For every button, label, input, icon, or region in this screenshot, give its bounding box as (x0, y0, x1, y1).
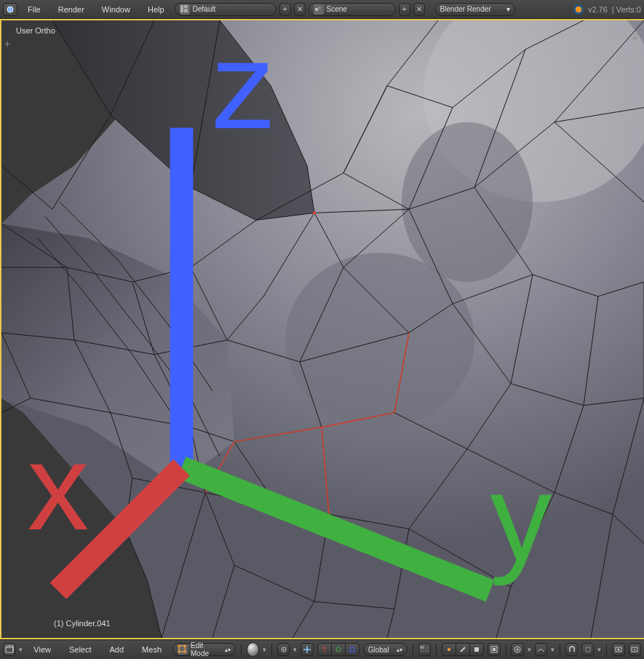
select-edge-button[interactable] (456, 643, 470, 656)
menu-render[interactable]: Render (51, 5, 92, 14)
select-face-button[interactable] (469, 643, 484, 656)
svg-point-5 (315, 8, 318, 11)
proportional-falloff-button[interactable] (535, 643, 547, 656)
layout-icon (180, 4, 190, 15)
svg-point-23 (184, 651, 186, 653)
layers-button[interactable] (418, 643, 431, 656)
svg-rect-2 (180, 5, 183, 12)
mode-label: Edit Mode (191, 642, 222, 658)
blender-logo-icon (573, 4, 584, 15)
menu-mesh[interactable]: Mesh (135, 645, 169, 654)
svg-rect-34 (474, 647, 479, 652)
svg-point-11 (313, 211, 316, 214)
mode-dropdown[interactable]: Edit Mode ▴▾ (172, 643, 236, 656)
pivot-point-button[interactable] (277, 643, 290, 656)
orientation-label: Global (368, 646, 394, 654)
svg-rect-29 (425, 646, 429, 649)
render-opengl-image-button[interactable] (612, 643, 624, 656)
svg-point-6 (318, 7, 321, 9)
limit-selection-button[interactable] (488, 643, 500, 656)
menu-help[interactable]: Help (140, 5, 172, 14)
render-opengl-anim-button[interactable] (629, 643, 641, 656)
chevron-down-icon[interactable]: ▾ (263, 646, 266, 653)
chevron-down-icon[interactable]: ▾ (293, 646, 297, 653)
proportional-edit-button[interactable] (511, 643, 523, 656)
svg-point-22 (178, 651, 180, 653)
svg-rect-19 (179, 646, 185, 652)
shading-mode-button[interactable] (247, 642, 259, 657)
chevron-down-icon[interactable]: ▾ (19, 646, 23, 653)
snap-element-button[interactable] (581, 643, 594, 656)
svg-line-33 (461, 647, 465, 652)
svg-point-41 (617, 649, 619, 651)
svg-rect-27 (350, 647, 354, 652)
screen-layout-dropdown[interactable]: Default (175, 3, 277, 16)
svg-point-21 (184, 645, 186, 647)
snap-toggle[interactable] (565, 643, 578, 656)
manipulator-scale[interactable] (345, 643, 359, 656)
layout-add-button[interactable]: + (279, 3, 291, 16)
3dview-header: ▾ View Select Add Mesh Edit Mode ▴▾ ▾ ▾ … (0, 639, 644, 659)
chevron-down-icon[interactable]: ▾ (551, 646, 554, 653)
scene-add-button[interactable]: + (399, 3, 410, 16)
select-vertex-button[interactable] (442, 643, 456, 656)
svg-rect-18 (6, 647, 13, 652)
svg-point-25 (283, 649, 285, 650)
chevron-updown-icon: ▴▾ (397, 647, 402, 653)
stats-label: | Verts:0 (612, 5, 641, 14)
chevron-updown-icon: ▴▾ (225, 647, 231, 653)
menu-add[interactable]: Add (103, 645, 132, 654)
editor-type-3dview-icon[interactable] (3, 643, 15, 656)
menu-view[interactable]: View (26, 645, 58, 654)
svg-point-32 (448, 648, 450, 651)
svg-point-9 (285, 253, 474, 427)
manipulator-translate[interactable] (317, 643, 332, 656)
svg-rect-3 (184, 5, 188, 8)
3d-viewport[interactable]: User Ortho + + z y x (1) Cylinder.041 (1, 20, 644, 638)
info-header: i File Render Window Help Default + ✕ Sc… (0, 0, 644, 19)
layout-remove-button[interactable]: ✕ (294, 3, 306, 16)
svg-rect-39 (586, 647, 590, 652)
svg-point-38 (517, 649, 519, 651)
transform-orientation-dropdown[interactable]: Global ▴▾ (363, 643, 408, 656)
properties-expand-icon[interactable]: + (632, 32, 638, 44)
engine-name: Blender Render (440, 5, 504, 13)
scene-remove-button[interactable]: ✕ (413, 3, 425, 16)
scene-name: Scene (327, 5, 391, 13)
manipulator-rotate[interactable] (331, 643, 346, 656)
chevron-down-icon[interactable]: ▾ (597, 646, 601, 653)
svg-rect-31 (425, 650, 429, 652)
menu-window[interactable]: Window (95, 5, 138, 14)
editor-type-icon[interactable]: i (3, 3, 17, 16)
scene-dropdown[interactable]: Scene (309, 3, 396, 16)
scene-icon (314, 4, 324, 15)
version-label: v2.76 (588, 5, 608, 14)
edit-mode-icon (178, 644, 188, 655)
svg-point-26 (336, 647, 341, 652)
layout-name: Default (193, 5, 271, 13)
toolbar-expand-icon[interactable]: + (4, 38, 10, 50)
svg-rect-30 (420, 650, 424, 652)
menu-select[interactable]: Select (62, 645, 99, 654)
svg-rect-36 (493, 648, 496, 651)
svg-point-20 (178, 645, 180, 647)
menu-file[interactable]: File (20, 5, 48, 14)
render-engine-dropdown[interactable]: Blender Render ▾ (435, 3, 515, 16)
manipulator-toggle[interactable] (301, 643, 313, 656)
svg-point-10 (402, 122, 533, 282)
svg-rect-28 (420, 646, 424, 649)
svg-rect-4 (184, 9, 188, 12)
chevron-down-icon: ▾ (506, 5, 510, 13)
chevron-down-icon[interactable]: ▾ (528, 646, 531, 653)
